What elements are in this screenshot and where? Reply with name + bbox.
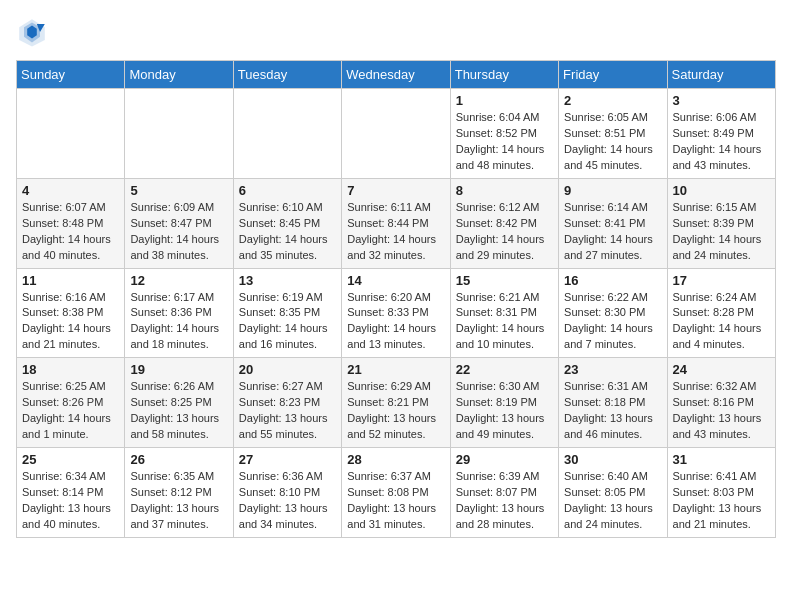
weekday-header-friday: Friday (559, 61, 667, 89)
day-number: 16 (564, 273, 661, 288)
day-info: Sunrise: 6:27 AM Sunset: 8:23 PM Dayligh… (239, 379, 336, 443)
calendar-cell: 22Sunrise: 6:30 AM Sunset: 8:19 PM Dayli… (450, 358, 558, 448)
day-info: Sunrise: 6:26 AM Sunset: 8:25 PM Dayligh… (130, 379, 227, 443)
logo-icon (16, 16, 48, 48)
day-info: Sunrise: 6:30 AM Sunset: 8:19 PM Dayligh… (456, 379, 553, 443)
weekday-header-sunday: Sunday (17, 61, 125, 89)
calendar-cell: 4Sunrise: 6:07 AM Sunset: 8:48 PM Daylig… (17, 178, 125, 268)
day-number: 12 (130, 273, 227, 288)
calendar-cell: 19Sunrise: 6:26 AM Sunset: 8:25 PM Dayli… (125, 358, 233, 448)
day-info: Sunrise: 6:24 AM Sunset: 8:28 PM Dayligh… (673, 290, 770, 354)
day-info: Sunrise: 6:05 AM Sunset: 8:51 PM Dayligh… (564, 110, 661, 174)
day-number: 28 (347, 452, 444, 467)
day-info: Sunrise: 6:34 AM Sunset: 8:14 PM Dayligh… (22, 469, 119, 533)
page-container: SundayMondayTuesdayWednesdayThursdayFrid… (16, 16, 776, 538)
day-number: 27 (239, 452, 336, 467)
day-number: 24 (673, 362, 770, 377)
day-number: 2 (564, 93, 661, 108)
day-info: Sunrise: 6:07 AM Sunset: 8:48 PM Dayligh… (22, 200, 119, 264)
calendar-cell: 5Sunrise: 6:09 AM Sunset: 8:47 PM Daylig… (125, 178, 233, 268)
calendar-week-row: 25Sunrise: 6:34 AM Sunset: 8:14 PM Dayli… (17, 448, 776, 538)
calendar-cell: 23Sunrise: 6:31 AM Sunset: 8:18 PM Dayli… (559, 358, 667, 448)
day-info: Sunrise: 6:17 AM Sunset: 8:36 PM Dayligh… (130, 290, 227, 354)
calendar-cell (17, 89, 125, 179)
day-number: 30 (564, 452, 661, 467)
calendar-cell: 15Sunrise: 6:21 AM Sunset: 8:31 PM Dayli… (450, 268, 558, 358)
day-info: Sunrise: 6:40 AM Sunset: 8:05 PM Dayligh… (564, 469, 661, 533)
day-info: Sunrise: 6:06 AM Sunset: 8:49 PM Dayligh… (673, 110, 770, 174)
calendar-cell: 24Sunrise: 6:32 AM Sunset: 8:16 PM Dayli… (667, 358, 775, 448)
day-number: 18 (22, 362, 119, 377)
day-number: 14 (347, 273, 444, 288)
day-number: 22 (456, 362, 553, 377)
calendar-cell: 17Sunrise: 6:24 AM Sunset: 8:28 PM Dayli… (667, 268, 775, 358)
day-number: 11 (22, 273, 119, 288)
day-number: 10 (673, 183, 770, 198)
weekday-header-row: SundayMondayTuesdayWednesdayThursdayFrid… (17, 61, 776, 89)
day-info: Sunrise: 6:39 AM Sunset: 8:07 PM Dayligh… (456, 469, 553, 533)
day-number: 23 (564, 362, 661, 377)
calendar-cell: 29Sunrise: 6:39 AM Sunset: 8:07 PM Dayli… (450, 448, 558, 538)
calendar-week-row: 11Sunrise: 6:16 AM Sunset: 8:38 PM Dayli… (17, 268, 776, 358)
calendar-cell: 3Sunrise: 6:06 AM Sunset: 8:49 PM Daylig… (667, 89, 775, 179)
weekday-header-tuesday: Tuesday (233, 61, 341, 89)
day-info: Sunrise: 6:35 AM Sunset: 8:12 PM Dayligh… (130, 469, 227, 533)
calendar-cell: 14Sunrise: 6:20 AM Sunset: 8:33 PM Dayli… (342, 268, 450, 358)
day-number: 20 (239, 362, 336, 377)
calendar-cell: 21Sunrise: 6:29 AM Sunset: 8:21 PM Dayli… (342, 358, 450, 448)
day-info: Sunrise: 6:41 AM Sunset: 8:03 PM Dayligh… (673, 469, 770, 533)
calendar-cell: 9Sunrise: 6:14 AM Sunset: 8:41 PM Daylig… (559, 178, 667, 268)
day-number: 31 (673, 452, 770, 467)
calendar-cell: 25Sunrise: 6:34 AM Sunset: 8:14 PM Dayli… (17, 448, 125, 538)
day-info: Sunrise: 6:15 AM Sunset: 8:39 PM Dayligh… (673, 200, 770, 264)
day-number: 21 (347, 362, 444, 377)
day-info: Sunrise: 6:09 AM Sunset: 8:47 PM Dayligh… (130, 200, 227, 264)
day-info: Sunrise: 6:12 AM Sunset: 8:42 PM Dayligh… (456, 200, 553, 264)
calendar-cell: 7Sunrise: 6:11 AM Sunset: 8:44 PM Daylig… (342, 178, 450, 268)
calendar-cell: 26Sunrise: 6:35 AM Sunset: 8:12 PM Dayli… (125, 448, 233, 538)
day-info: Sunrise: 6:31 AM Sunset: 8:18 PM Dayligh… (564, 379, 661, 443)
weekday-header-saturday: Saturday (667, 61, 775, 89)
day-number: 19 (130, 362, 227, 377)
day-info: Sunrise: 6:32 AM Sunset: 8:16 PM Dayligh… (673, 379, 770, 443)
calendar-cell: 31Sunrise: 6:41 AM Sunset: 8:03 PM Dayli… (667, 448, 775, 538)
day-info: Sunrise: 6:37 AM Sunset: 8:08 PM Dayligh… (347, 469, 444, 533)
page-header (16, 16, 776, 48)
calendar-cell: 10Sunrise: 6:15 AM Sunset: 8:39 PM Dayli… (667, 178, 775, 268)
day-number: 25 (22, 452, 119, 467)
calendar-cell (233, 89, 341, 179)
calendar-week-row: 1Sunrise: 6:04 AM Sunset: 8:52 PM Daylig… (17, 89, 776, 179)
day-number: 26 (130, 452, 227, 467)
calendar-cell: 12Sunrise: 6:17 AM Sunset: 8:36 PM Dayli… (125, 268, 233, 358)
day-info: Sunrise: 6:04 AM Sunset: 8:52 PM Dayligh… (456, 110, 553, 174)
calendar-cell: 30Sunrise: 6:40 AM Sunset: 8:05 PM Dayli… (559, 448, 667, 538)
calendar-cell: 18Sunrise: 6:25 AM Sunset: 8:26 PM Dayli… (17, 358, 125, 448)
weekday-header-monday: Monday (125, 61, 233, 89)
calendar-cell: 8Sunrise: 6:12 AM Sunset: 8:42 PM Daylig… (450, 178, 558, 268)
calendar-cell: 6Sunrise: 6:10 AM Sunset: 8:45 PM Daylig… (233, 178, 341, 268)
day-info: Sunrise: 6:11 AM Sunset: 8:44 PM Dayligh… (347, 200, 444, 264)
day-number: 3 (673, 93, 770, 108)
day-number: 13 (239, 273, 336, 288)
day-number: 6 (239, 183, 336, 198)
day-info: Sunrise: 6:10 AM Sunset: 8:45 PM Dayligh… (239, 200, 336, 264)
day-number: 4 (22, 183, 119, 198)
weekday-header-wednesday: Wednesday (342, 61, 450, 89)
weekday-header-thursday: Thursday (450, 61, 558, 89)
calendar-week-row: 18Sunrise: 6:25 AM Sunset: 8:26 PM Dayli… (17, 358, 776, 448)
day-number: 29 (456, 452, 553, 467)
calendar-week-row: 4Sunrise: 6:07 AM Sunset: 8:48 PM Daylig… (17, 178, 776, 268)
logo (16, 16, 52, 48)
calendar-cell: 11Sunrise: 6:16 AM Sunset: 8:38 PM Dayli… (17, 268, 125, 358)
day-info: Sunrise: 6:25 AM Sunset: 8:26 PM Dayligh… (22, 379, 119, 443)
day-number: 7 (347, 183, 444, 198)
day-info: Sunrise: 6:22 AM Sunset: 8:30 PM Dayligh… (564, 290, 661, 354)
calendar-cell (342, 89, 450, 179)
day-number: 5 (130, 183, 227, 198)
day-info: Sunrise: 6:19 AM Sunset: 8:35 PM Dayligh… (239, 290, 336, 354)
day-info: Sunrise: 6:16 AM Sunset: 8:38 PM Dayligh… (22, 290, 119, 354)
day-number: 9 (564, 183, 661, 198)
day-info: Sunrise: 6:20 AM Sunset: 8:33 PM Dayligh… (347, 290, 444, 354)
day-number: 1 (456, 93, 553, 108)
calendar-cell: 27Sunrise: 6:36 AM Sunset: 8:10 PM Dayli… (233, 448, 341, 538)
